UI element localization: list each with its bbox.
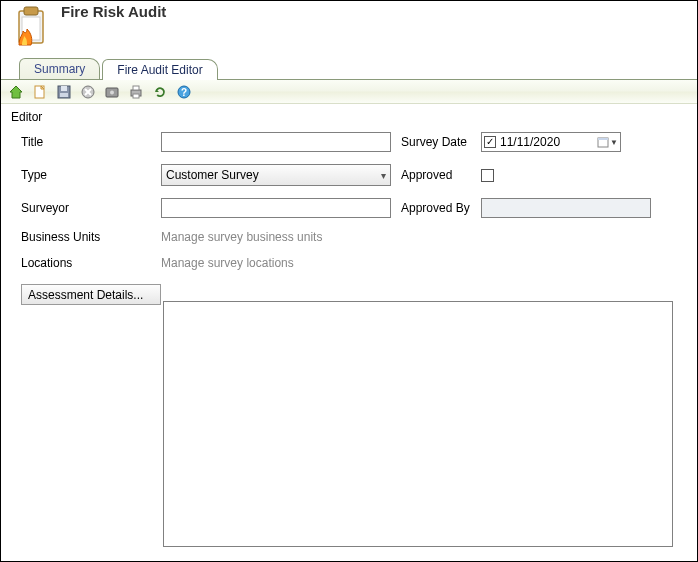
label-locations: Locations [21, 256, 151, 270]
title-input[interactable] [161, 132, 391, 152]
editor-panel: Editor Title Survey Date ✓ 11/11/2020 ▼ … [1, 104, 697, 315]
svg-point-9 [110, 90, 114, 94]
help-icon[interactable]: ? [175, 83, 193, 101]
locations-link[interactable]: Manage survey locations [161, 256, 651, 270]
assessment-details-label: Assessment Details... [28, 288, 143, 302]
tab-fire-audit-editor[interactable]: Fire Audit Editor [102, 59, 217, 80]
tab-summary[interactable]: Summary [19, 58, 100, 79]
settings-icon[interactable] [103, 83, 121, 101]
survey-date-picker[interactable]: ✓ 11/11/2020 ▼ [481, 132, 621, 152]
tab-strip: Summary Fire Audit Editor [1, 57, 697, 79]
svg-text:?: ? [181, 87, 187, 98]
label-title: Title [21, 135, 151, 149]
label-approved: Approved [401, 168, 471, 182]
new-icon[interactable] [31, 83, 49, 101]
survey-date-value: 11/11/2020 [500, 135, 593, 149]
toolbar: ? [1, 79, 697, 104]
tab-label: Summary [34, 62, 85, 76]
svg-rect-5 [61, 86, 67, 91]
svg-rect-1 [24, 7, 38, 15]
label-approved-by: Approved By [401, 201, 471, 215]
type-select[interactable]: Customer Survey ▾ [161, 164, 391, 186]
svg-rect-6 [60, 93, 68, 97]
surveyor-input[interactable] [161, 198, 391, 218]
cancel-icon[interactable] [79, 83, 97, 101]
label-type: Type [21, 168, 151, 182]
form-grid: Title Survey Date ✓ 11/11/2020 ▼ Type Cu… [21, 132, 687, 270]
survey-date-checkbox[interactable]: ✓ [484, 136, 496, 148]
save-icon[interactable] [55, 83, 73, 101]
chevron-down-icon: ▾ [381, 170, 386, 181]
calendar-dropdown-icon[interactable]: ▼ [597, 136, 618, 148]
svg-rect-11 [133, 86, 139, 90]
label-business-units: Business Units [21, 230, 151, 244]
assessment-details-textarea[interactable] [163, 301, 673, 547]
label-survey-date: Survey Date [401, 135, 471, 149]
tab-label: Fire Audit Editor [117, 63, 202, 77]
page-title: Fire Risk Audit [61, 3, 166, 20]
app-window: Fire Risk Audit Summary Fire Audit Edito… [0, 0, 698, 562]
approved-checkbox[interactable] [481, 169, 494, 182]
business-units-link[interactable]: Manage survey business units [161, 230, 651, 244]
home-icon[interactable] [7, 83, 25, 101]
svg-rect-12 [133, 94, 139, 98]
print-icon[interactable] [127, 83, 145, 101]
refresh-icon[interactable] [151, 83, 169, 101]
label-surveyor: Surveyor [21, 201, 151, 215]
section-label: Editor [11, 110, 687, 124]
svg-rect-16 [598, 138, 608, 140]
assessment-details-button[interactable]: Assessment Details... [21, 284, 161, 305]
approved-by-input [481, 198, 651, 218]
type-select-value: Customer Survey [166, 168, 259, 182]
header: Fire Risk Audit [1, 1, 697, 57]
app-clipboard-fire-icon [9, 5, 53, 49]
